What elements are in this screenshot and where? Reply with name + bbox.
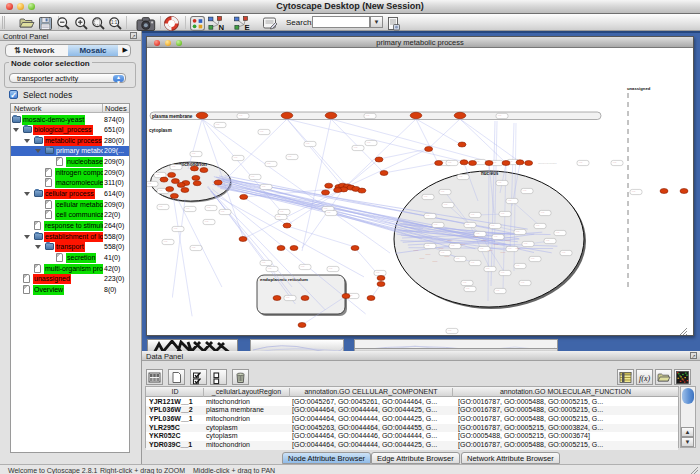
svg-text:····: ···· [268, 267, 272, 271]
svg-text:·····: ····· [420, 257, 425, 261]
svg-text:····: ···· [426, 214, 430, 218]
svg-text:····: ···· [280, 210, 284, 214]
svg-text:····: ···· [186, 207, 190, 211]
svg-text:····: ···· [494, 235, 498, 239]
svg-text:····: ···· [424, 195, 428, 199]
svg-text:····: ···· [632, 190, 636, 194]
svg-text:····: ···· [508, 247, 512, 251]
svg-text:····: ···· [498, 114, 502, 118]
svg-text:·····: ····· [482, 239, 487, 243]
svg-text:····: ···· [496, 289, 500, 293]
svg-text:····: ···· [221, 210, 225, 214]
svg-text:····: ···· [207, 206, 211, 210]
svg-text:·····: ····· [461, 243, 466, 247]
svg-text:····: ···· [501, 271, 505, 275]
svg-text:····: ···· [277, 215, 281, 219]
svg-text:·····: ····· [426, 253, 431, 257]
svg-text:····: ···· [434, 223, 438, 227]
svg-text:····: ···· [251, 175, 255, 179]
svg-text:····: ···· [448, 161, 452, 165]
svg-text:·····: ····· [501, 251, 506, 255]
svg-text:····: ···· [159, 205, 163, 209]
svg-text:····: ···· [556, 231, 560, 235]
svg-text:cytoplasm: cytoplasm [149, 128, 172, 133]
svg-text:····: ···· [613, 161, 617, 165]
svg-text:····: ···· [441, 190, 445, 194]
svg-text:····: ···· [234, 156, 238, 160]
svg-text:····: ···· [471, 213, 475, 217]
svg-text:·····: ····· [448, 239, 453, 243]
svg-text:····: ···· [498, 181, 502, 185]
svg-text:····: ···· [451, 244, 455, 248]
svg-text:····: ···· [306, 142, 310, 146]
svg-text:····: ···· [444, 203, 448, 207]
svg-text:····: ···· [260, 130, 264, 134]
svg-text:····: ···· [459, 175, 463, 179]
svg-text:····: ···· [493, 161, 497, 165]
svg-text:····················: ···················· [538, 162, 557, 166]
svg-text:····: ···· [327, 211, 331, 215]
svg-text:····: ···· [546, 239, 550, 243]
svg-text:·····: ····· [488, 249, 493, 253]
svg-text:····: ···· [480, 247, 484, 251]
svg-text:····: ···· [491, 224, 495, 228]
svg-text:····: ···· [466, 287, 470, 291]
svg-text:····: ···· [205, 220, 209, 224]
svg-text:····: ···· [286, 296, 290, 300]
svg-text:····: ···· [329, 267, 333, 271]
svg-text:····: ···· [579, 161, 583, 165]
svg-text:····: ···· [448, 329, 452, 333]
svg-text:1:1: 1:1 [111, 20, 118, 25]
svg-text:····: ···· [426, 244, 430, 248]
svg-text:····: ···· [524, 242, 528, 246]
svg-text:····: ···· [148, 182, 152, 186]
svg-text:N: N [218, 23, 224, 31]
svg-text:····: ···· [288, 155, 292, 159]
svg-text:····: ···· [367, 141, 371, 145]
svg-text:····: ···· [156, 173, 160, 177]
svg-text:·····: ····· [516, 247, 521, 251]
svg-text:·····: ····· [474, 235, 479, 239]
svg-text:····: ···· [516, 230, 520, 234]
svg-text:····: ···· [301, 265, 305, 269]
svg-text:····: ···· [486, 267, 490, 271]
svg-text:····: ···· [239, 114, 243, 118]
svg-text:····: ···· [262, 261, 266, 265]
svg-text:····: ···· [471, 261, 475, 265]
svg-text:····: ···· [516, 264, 520, 268]
svg-text:·····: ····· [433, 260, 438, 264]
svg-text:····: ···· [541, 211, 545, 215]
svg-text:·····: ····· [494, 243, 499, 247]
svg-text:·····: ····· [445, 255, 450, 259]
svg-text:·····: ····· [506, 239, 511, 243]
svg-text:····: ···· [562, 251, 566, 255]
svg-text:····: ···· [216, 123, 220, 127]
svg-text:····: ···· [354, 146, 358, 150]
svg-text:····: ···· [262, 185, 266, 189]
svg-text:····: ···· [456, 257, 460, 261]
svg-text:····: ···· [192, 152, 196, 156]
svg-text:····: ···· [192, 246, 196, 250]
svg-text:····: ···· [172, 165, 176, 169]
svg-text:····: ···· [466, 223, 470, 227]
svg-text:····: ···· [521, 281, 525, 285]
svg-text:····: ···· [164, 240, 168, 244]
svg-text:····: ···· [508, 199, 512, 203]
svg-text:unassigned: unassigned [627, 86, 651, 91]
svg-text:f(x): f(x) [639, 374, 650, 383]
svg-text:····: ···· [501, 212, 505, 216]
svg-text:····: ···· [536, 224, 540, 228]
svg-text:····: ···· [366, 114, 370, 118]
svg-text:····: ···· [523, 189, 527, 193]
svg-text:····: ···· [376, 271, 380, 275]
svg-text:····: ···· [463, 281, 467, 285]
svg-text:·····: ····· [414, 249, 419, 253]
svg-text:plasma membrane: plasma membrane [152, 114, 193, 119]
svg-text:····: ···· [267, 162, 271, 166]
svg-text:E: E [244, 23, 249, 31]
svg-text:····: ···· [531, 257, 535, 261]
svg-text:····: ···· [174, 227, 178, 231]
svg-text:·····: ····· [439, 247, 444, 251]
svg-text:····: ···· [159, 189, 163, 193]
